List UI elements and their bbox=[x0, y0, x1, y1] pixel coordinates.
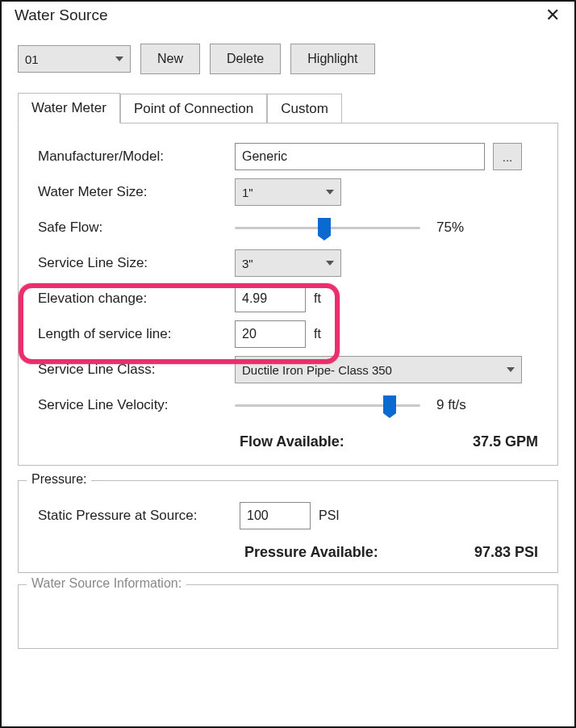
source-selector-value: 01 bbox=[25, 52, 39, 66]
water-source-info-group: Water Source Information: bbox=[18, 584, 558, 649]
elevation-input[interactable]: 4.99 bbox=[235, 285, 306, 312]
pressure-available-row: Pressure Available: 97.83 PSI bbox=[33, 544, 543, 561]
pressure-legend: Pressure: bbox=[27, 472, 91, 487]
pressure-available-value: 97.83 PSI bbox=[474, 544, 538, 561]
chevron-down-icon bbox=[326, 261, 334, 266]
static-pressure-input[interactable]: 100 bbox=[240, 502, 311, 529]
service-line-class-label: Service Line Class: bbox=[33, 362, 235, 378]
meter-size-value: 1" bbox=[242, 186, 253, 199]
manufacturer-browse-button[interactable]: ... bbox=[493, 143, 522, 170]
highlight-button[interactable]: Highlight bbox=[290, 44, 374, 74]
titlebar: Water Source ✕ bbox=[2, 2, 574, 29]
length-label: Length of service line: bbox=[33, 326, 235, 342]
velocity-label: Service Line Velocity: bbox=[33, 397, 235, 413]
service-line-class-row: Service Line Class: Ductile Iron Pipe- C… bbox=[33, 354, 543, 385]
pressure-group: Pressure: Static Pressure at Source: 100… bbox=[18, 480, 558, 573]
length-row: Length of service line: 20 ft bbox=[33, 319, 543, 349]
toolbar: 01 New Delete Highlight bbox=[2, 29, 574, 82]
length-unit: ft bbox=[314, 327, 321, 341]
tab-point-of-connection[interactable]: Point of Connection bbox=[120, 94, 267, 123]
water-source-dialog: Water Source ✕ 01 New Delete Highlight W… bbox=[0, 0, 576, 728]
meter-size-row: Water Meter Size: 1" bbox=[33, 177, 543, 207]
tab-strip: Water Meter Point of Connection Custom bbox=[18, 92, 558, 123]
velocity-slider[interactable]: 9 ft/s bbox=[235, 395, 420, 415]
delete-button[interactable]: Delete bbox=[210, 44, 281, 74]
static-pressure-unit: PSI bbox=[319, 508, 340, 523]
meter-size-label: Water Meter Size: bbox=[33, 184, 235, 200]
flow-available-value: 37.5 GPM bbox=[473, 433, 538, 450]
chevron-down-icon bbox=[326, 190, 334, 195]
pressure-available-label: Pressure Available: bbox=[244, 544, 378, 561]
velocity-value: 9 ft/s bbox=[436, 397, 466, 413]
elevation-label: Elevation change: bbox=[33, 291, 235, 307]
safe-flow-slider[interactable]: 75% bbox=[235, 218, 420, 237]
slider-thumb[interactable] bbox=[318, 218, 331, 236]
manufacturer-input[interactable]: Generic bbox=[235, 143, 485, 170]
tab-custom[interactable]: Custom bbox=[267, 94, 342, 123]
flow-available-label: Flow Available: bbox=[240, 433, 344, 450]
slider-thumb[interactable] bbox=[383, 395, 396, 413]
chevron-down-icon bbox=[507, 367, 515, 372]
length-input[interactable]: 20 bbox=[235, 320, 306, 348]
service-line-size-select[interactable]: 3" bbox=[235, 249, 341, 277]
close-icon[interactable]: ✕ bbox=[542, 6, 563, 24]
water-source-info-legend: Water Source Information: bbox=[27, 576, 186, 591]
meter-size-select[interactable]: 1" bbox=[235, 178, 341, 206]
flow-available-row: Flow Available: 37.5 GPM bbox=[33, 433, 543, 450]
elevation-row: Elevation change: 4.99 ft bbox=[33, 283, 543, 314]
safe-flow-row: Safe Flow: 75% bbox=[33, 212, 543, 243]
water-meter-panel: Manufacturer/Model: Generic ... Water Me… bbox=[18, 123, 558, 466]
safe-flow-value: 75% bbox=[436, 220, 464, 236]
static-pressure-label: Static Pressure at Source: bbox=[33, 508, 240, 524]
tab-water-meter[interactable]: Water Meter bbox=[18, 93, 120, 123]
service-line-class-select[interactable]: Ductile Iron Pipe- Class 350 bbox=[235, 356, 522, 383]
safe-flow-label: Safe Flow: bbox=[33, 220, 235, 236]
service-line-size-label: Service Line Size: bbox=[33, 255, 235, 271]
source-selector[interactable]: 01 bbox=[18, 45, 131, 73]
service-line-size-value: 3" bbox=[242, 257, 253, 270]
window-title: Water Source bbox=[15, 6, 107, 24]
chevron-down-icon bbox=[115, 56, 123, 61]
static-pressure-row: Static Pressure at Source: 100 PSI bbox=[33, 500, 543, 531]
new-button[interactable]: New bbox=[140, 44, 200, 74]
velocity-row: Service Line Velocity: 9 ft/s bbox=[33, 390, 543, 420]
service-line-class-value: Ductile Iron Pipe- Class 350 bbox=[242, 363, 392, 377]
manufacturer-label: Manufacturer/Model: bbox=[33, 149, 235, 165]
elevation-unit: ft bbox=[314, 291, 321, 306]
service-line-size-row: Service Line Size: 3" bbox=[33, 248, 543, 278]
manufacturer-row: Manufacturer/Model: Generic ... bbox=[33, 141, 543, 172]
